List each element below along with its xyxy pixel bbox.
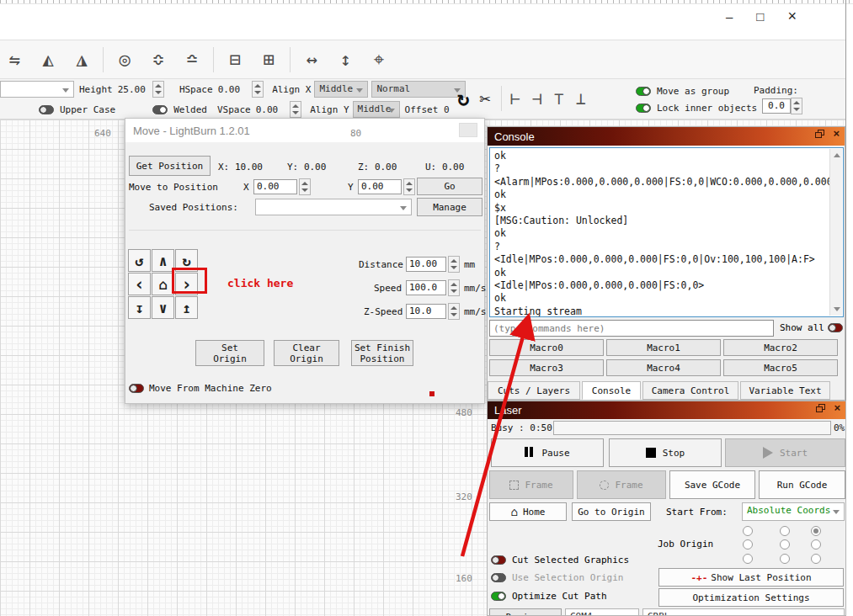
jog-up-button[interactable]: ∧ <box>152 249 174 272</box>
set-finish-position-button[interactable]: Set Finish Position <box>351 340 413 366</box>
macro0-button[interactable]: Macro0 <box>489 339 604 356</box>
same-width-icon[interactable]: ↔ <box>299 49 324 70</box>
get-position-button[interactable]: Get Position <box>129 156 211 176</box>
console-panel-titlebar[interactable]: Console × <box>488 127 845 146</box>
job-origin-radio[interactable] <box>743 526 753 536</box>
close-panel-icon[interactable]: × <box>833 130 840 138</box>
speed-field[interactable]: 100.0 <box>406 280 446 295</box>
push-down-icon[interactable]: ⊥ <box>576 88 586 109</box>
start-from-select[interactable]: Absolute Coords <box>742 502 845 521</box>
jog-home-button[interactable]: ⌂ <box>152 273 174 295</box>
distribute-horizontal-icon[interactable]: ⊟ <box>222 49 248 70</box>
job-origin-radio[interactable] <box>811 554 821 564</box>
padding-field[interactable]: 0.0 <box>762 98 791 114</box>
push-left-icon[interactable]: ⊢ <box>510 88 520 109</box>
show-last-position-button[interactable]: -+- Show Last Position <box>658 568 844 587</box>
distance-field[interactable]: 10.00 <box>406 257 446 272</box>
zspeed-field[interactable]: 10.0 <box>406 304 446 319</box>
mirror-vertical-icon[interactable]: ◭ <box>35 49 61 70</box>
use-selection-origin-toggle[interactable] <box>491 573 506 582</box>
move-as-group-toggle[interactable] <box>636 87 651 96</box>
font-select[interactable] <box>0 81 74 98</box>
align-y-select[interactable]: Middle <box>353 101 400 118</box>
jog-down-button[interactable]: ∨ <box>152 296 174 319</box>
save-gcode-button[interactable]: Save GCode <box>669 470 755 499</box>
jog-z-up-button[interactable]: ↥ <box>175 296 198 319</box>
hspace-stepper[interactable] <box>252 81 264 98</box>
speed-stepper[interactable] <box>448 279 460 296</box>
console-scrollbar[interactable] <box>829 149 842 316</box>
move-y-field[interactable]: 0.00 <box>358 179 402 194</box>
move-x-stepper[interactable] <box>299 178 311 195</box>
devices-button[interactable]: Devices <box>489 608 562 616</box>
jog-rotate-cw-button[interactable]: ↻ <box>175 249 198 272</box>
show-all-toggle[interactable] <box>828 323 843 332</box>
float-panel-icon[interactable] <box>816 404 825 412</box>
firmware-select[interactable]: GRBL <box>642 608 845 616</box>
move-y-stepper[interactable] <box>403 178 415 195</box>
lock-inner-objects-toggle[interactable] <box>636 104 651 113</box>
position-icon[interactable]: ⌖ <box>366 49 392 70</box>
job-origin-radio[interactable] <box>743 554 753 564</box>
manage-button[interactable]: Manage <box>417 198 482 216</box>
console-output[interactable]: ok ? <Alarm|MPos:0.000,0.000,0.000|FS:0,… <box>489 147 844 317</box>
float-panel-icon[interactable] <box>815 130 824 138</box>
distance-stepper[interactable] <box>448 256 460 273</box>
saved-positions-select[interactable] <box>255 199 412 215</box>
console-command-input[interactable] <box>489 320 774 337</box>
close-icon[interactable]: × <box>787 8 797 25</box>
same-height-icon[interactable]: ↕ <box>333 49 358 70</box>
align-x-select[interactable]: Middle <box>314 81 368 98</box>
job-origin-radio-selected[interactable] <box>811 526 821 536</box>
cut-selected-graphics-toggle[interactable] <box>491 555 506 565</box>
push-right-icon[interactable]: ⊣ <box>532 88 542 109</box>
macro3-button[interactable]: Macro3 <box>489 359 604 376</box>
mirror-diagonal-icon[interactable]: ◮ <box>69 49 94 70</box>
tab-variable-text[interactable]: Variable Text <box>740 381 830 400</box>
jog-right-button[interactable]: › <box>175 273 198 295</box>
maximize-icon[interactable]: □ <box>756 9 764 24</box>
dialog-close-button[interactable] <box>459 123 477 137</box>
distribute-vertical-icon[interactable]: ⊞ <box>256 49 281 70</box>
push-up-icon[interactable]: ⊤ <box>554 88 564 109</box>
upper-case-toggle[interactable] <box>39 105 54 114</box>
move-dialog-title[interactable]: Move - LightBurn 1.2.01 <box>125 119 484 142</box>
job-origin-radio[interactable] <box>780 539 790 550</box>
flip-horizontal-icon[interactable]: ⇋ <box>2 49 27 70</box>
jog-z-down-button[interactable]: ↧ <box>128 296 151 319</box>
move-from-machine-zero-toggle[interactable] <box>129 384 144 393</box>
align-top-icon[interactable]: ≎ <box>146 49 171 70</box>
close-panel-icon[interactable]: × <box>834 404 840 412</box>
macro1-button[interactable]: Macro1 <box>606 339 721 356</box>
macro2-button[interactable]: Macro2 <box>723 339 838 356</box>
print-icon[interactable]: ✂ <box>479 88 490 109</box>
optimize-cut-path-toggle[interactable] <box>491 592 506 601</box>
tab-cuts-layers[interactable]: Cuts / Layers <box>488 381 580 400</box>
laser-panel-titlebar[interactable]: Laser × <box>488 401 845 419</box>
job-origin-radio[interactable] <box>780 554 790 564</box>
tab-console[interactable]: Console <box>582 381 641 400</box>
move-x-field[interactable]: 0.00 <box>253 179 297 194</box>
set-origin-button[interactable]: Set Origin <box>195 340 264 366</box>
job-origin-radio[interactable] <box>811 539 821 550</box>
frame-square-button[interactable]: Frame <box>489 470 573 499</box>
jog-left-button[interactable]: ‹ <box>128 273 151 295</box>
go-button[interactable]: Go <box>417 178 482 195</box>
height-stepper[interactable] <box>152 81 164 98</box>
minimize-icon[interactable]: – <box>726 9 733 24</box>
job-origin-radio[interactable] <box>743 539 753 550</box>
center-target-icon[interactable]: ◎ <box>112 49 137 70</box>
weld-mode-select[interactable]: Normal <box>371 81 466 98</box>
pause-button[interactable]: Pause <box>491 438 604 467</box>
zspeed-stepper[interactable] <box>448 303 460 320</box>
scroll-up-icon[interactable] <box>834 153 840 157</box>
go-to-origin-button[interactable]: Go to Origin <box>572 502 651 521</box>
padding-stepper[interactable] <box>791 98 802 114</box>
clear-origin-button[interactable]: Clear Origin <box>274 340 339 366</box>
start-button[interactable]: Start <box>725 438 845 467</box>
jog-rotate-ccw-button[interactable]: ↺ <box>128 249 151 272</box>
frame-circle-button[interactable]: Frame <box>577 470 666 499</box>
tab-camera-control[interactable]: Camera Control <box>642 381 738 400</box>
port-select[interactable]: COM4 <box>565 608 639 616</box>
vspace-stepper[interactable] <box>290 101 301 118</box>
